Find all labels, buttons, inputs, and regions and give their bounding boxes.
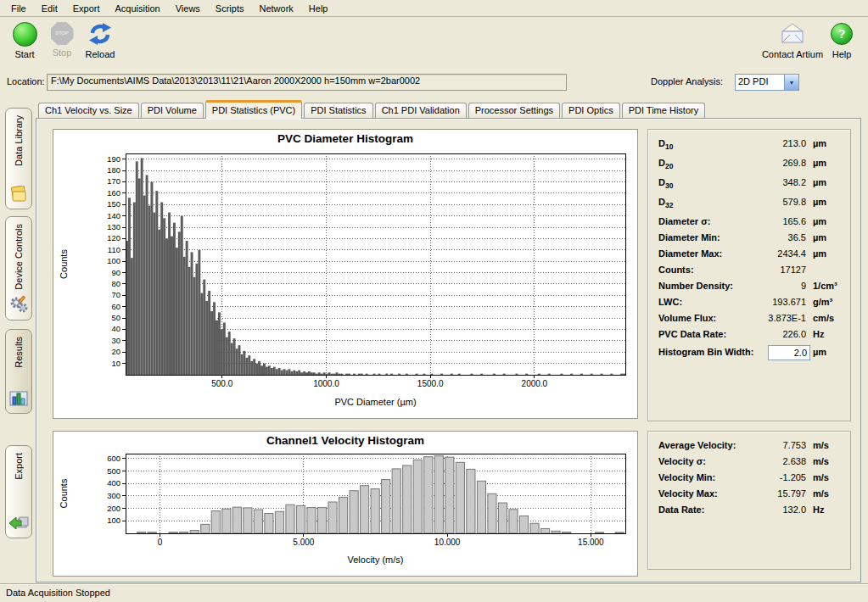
stop-icon: STOP [51, 22, 74, 45]
sidebar-item-data-library[interactable]: Data Library [5, 108, 32, 209]
tab-pdi-statistics-pvc[interactable]: PDI Statistics (PVC) [205, 100, 302, 119]
svg-text:PVC Diameter (µm): PVC Diameter (µm) [334, 397, 416, 407]
sidebar-item-export[interactable]: Export [5, 445, 32, 538]
svg-text:80: 80 [111, 279, 120, 288]
stat-unit: m/s [813, 456, 829, 466]
svg-text:30: 30 [111, 336, 120, 345]
stat-value: 7.753 [725, 440, 806, 450]
location-field[interactable]: F:\My Documents\AIMS Data\2013\2013\11\2… [47, 74, 567, 91]
svg-text:160: 160 [107, 188, 120, 198]
contact-artium-button[interactable]: Contact Artium [759, 20, 826, 59]
stat-unit: µm [813, 347, 826, 357]
svg-text:0: 0 [158, 538, 163, 547]
menu-export[interactable]: Export [65, 2, 108, 15]
stat-label: Diameter Max: [658, 248, 722, 259]
stat-row: Volume Flux:3.873E-1cm/s [648, 311, 850, 327]
stat-label: Diameter σ: [658, 216, 710, 226]
stat-unit: µm [813, 232, 826, 242]
stat-value: 9 [725, 281, 806, 291]
stat-unit: µm [813, 138, 826, 148]
menu-views[interactable]: Views [168, 2, 208, 15]
stat-value: 348.2 [725, 177, 806, 187]
svg-text:300: 300 [107, 491, 120, 500]
stat-row: D32579.8µm [648, 195, 850, 215]
chart-title: PVC Diameter Histogram [53, 130, 637, 145]
tab-pdi-time-history[interactable]: PDI Time History [622, 103, 706, 118]
chevron-down-icon[interactable]: ▼ [784, 75, 798, 90]
sidebar-item-label: Device Controls [14, 224, 24, 290]
stat-row: Counts:17127 [648, 263, 850, 279]
stat-unit: µm [813, 197, 826, 207]
stat-value: 15.797 [725, 488, 806, 499]
svg-text:Counts: Counts [59, 249, 69, 279]
menu-network[interactable]: Network [251, 2, 300, 15]
location-label: Location: [7, 76, 45, 86]
stat-row: Number Density:91/cm³ [648, 279, 850, 295]
svg-text:15.000: 15.000 [578, 538, 604, 547]
stat-unit: m/s [813, 440, 829, 450]
main-frame: Ch1 Velocity vs. SizePDI VolumePDI Stati… [36, 100, 861, 582]
stat-value: 132.0 [725, 504, 806, 515]
stat-unit: g/m³ [813, 297, 832, 307]
stat-unit: cm/s [813, 313, 834, 323]
svg-text:1000.0: 1000.0 [313, 379, 339, 388]
reload-button[interactable]: Reload [78, 20, 122, 59]
stat-unit: 1/cm³ [813, 281, 837, 291]
stop-button[interactable]: STOP Stop [42, 20, 81, 58]
help-label: Help [825, 49, 859, 59]
help-button[interactable]: ? Help [825, 20, 859, 59]
svg-text:Counts: Counts [59, 478, 69, 508]
velocity-stats-panel: Average Velocity:7.753m/sVelocity σ:2.63… [647, 431, 851, 570]
stat-value: 213.0 [725, 138, 806, 148]
tab-pdi-statistics[interactable]: PDI Statistics [304, 103, 372, 118]
sidebar-item-device-controls[interactable]: Device Controls [5, 216, 32, 321]
stat-row: Velocity σ:2.638m/s [648, 454, 850, 471]
svg-text:10.000: 10.000 [434, 538, 461, 547]
stat-unit: µm [813, 177, 826, 187]
stat-row: Data Rate:132.0Hz [648, 503, 850, 519]
menu-help[interactable]: Help [301, 2, 336, 15]
diameter-stats-panel: D10213.0µmD20269.8µmD30348.2µmD32579.8µm… [647, 129, 851, 421]
doppler-analysis-select[interactable]: 2D PDI ▼ [735, 74, 799, 91]
tab-pdi-volume[interactable]: PDI Volume [141, 103, 204, 118]
tab-processor-settings[interactable]: Processor Settings [468, 103, 560, 118]
tab-ch1-velocity-vs-size[interactable]: Ch1 Velocity vs. Size [38, 103, 139, 118]
histogram-bars [126, 158, 625, 375]
svg-text:1500.0: 1500.0 [417, 379, 444, 388]
stat-label: D32 [658, 197, 673, 209]
svg-text:50: 50 [111, 313, 120, 322]
start-button[interactable]: Start [5, 20, 44, 59]
menu-edit[interactable]: Edit [34, 2, 65, 15]
menu-bar: FileEditExportAcquisitionViewsScriptsNet… [0, 0, 868, 17]
tab-pdi-optics[interactable]: PDI Optics [562, 103, 620, 118]
stat-unit: m/s [813, 488, 829, 499]
stat-row: Diameter σ:165.6µm [648, 215, 850, 231]
reload-icon [78, 20, 122, 47]
menu-file[interactable]: File [3, 2, 34, 15]
svg-text:190: 190 [107, 154, 120, 164]
stat-row: Average Velocity:7.753m/s [648, 438, 850, 454]
stat-row: D30348.2µm [648, 176, 850, 195]
stat-label: D30 [658, 177, 673, 190]
doppler-analysis-value: 2D PDI [736, 75, 784, 90]
pvc-diameter-histogram-panel: PVC Diameter Histogram 10203040506070809… [53, 129, 638, 419]
export-icon [8, 515, 29, 533]
stat-label: PVC Data Rate: [658, 329, 726, 339]
gears-icon [8, 295, 29, 315]
histogram-bin-width-row: Histogram Bin Width:µm [648, 345, 850, 367]
histogram-bin-width-input[interactable] [768, 345, 810, 360]
pvc-diameter-histogram-plot: 1020304050607080901001101201301401501601… [53, 148, 636, 415]
sidebar-item-results[interactable]: Results [5, 329, 32, 414]
stat-value: 3.873E-1 [725, 313, 806, 323]
svg-text:400: 400 [107, 478, 120, 488]
menu-scripts[interactable]: Scripts [208, 2, 252, 15]
svg-text:70: 70 [111, 290, 120, 299]
stat-label: Volume Flux: [658, 313, 716, 323]
histogram-bars [137, 456, 624, 533]
stat-label: D10 [658, 138, 673, 151]
stat-value: 2.638 [725, 456, 806, 466]
svg-text:Velocity (m/s): Velocity (m/s) [347, 555, 403, 565]
stat-value: 17127 [725, 265, 806, 275]
menu-acquisition[interactable]: Acquisition [108, 2, 168, 15]
tab-ch1-pdi-validation[interactable]: Ch1 PDI Validation [375, 103, 467, 118]
